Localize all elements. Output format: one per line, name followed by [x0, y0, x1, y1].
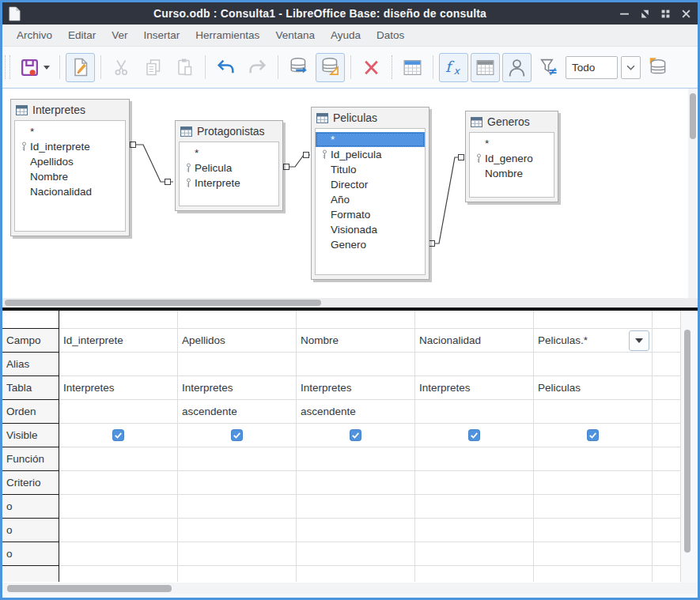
grid-cell[interactable]: Nombre [297, 329, 415, 353]
grid-cell[interactable] [297, 447, 415, 471]
scrollbar-thumb[interactable] [684, 330, 691, 553]
scrollbar-thumb[interactable] [7, 585, 172, 592]
grid-cell[interactable] [534, 519, 653, 542]
design-table-peliculas[interactable]: Peliculas*Id_peliculaTituloDirectorAñoFo… [311, 107, 429, 280]
grid-cell[interactable] [297, 542, 415, 566]
table-field-titulo[interactable]: Titulo [316, 162, 425, 177]
grid-cell[interactable] [534, 447, 653, 471]
row-header[interactable]: Función [2, 447, 59, 471]
row-header[interactable]: Orden [2, 400, 59, 424]
design-table-generos[interactable]: Generos*Id_generoNombre [465, 111, 558, 202]
table-field-director[interactable]: Director [316, 177, 425, 192]
scrollbar-thumb[interactable] [690, 93, 696, 139]
table-field-nombre[interactable]: Nombre [15, 169, 125, 184]
grid-cell[interactable] [534, 566, 653, 582]
grid-cell[interactable] [534, 495, 653, 519]
grid-cell[interactable] [297, 519, 415, 542]
menu-insertar[interactable]: Insertar [136, 27, 188, 43]
menu-ayuda[interactable]: Ayuda [323, 27, 369, 43]
grid-cell[interactable] [653, 519, 681, 542]
grid-cell[interactable]: Peliculas [534, 376, 653, 400]
close-button[interactable] [680, 8, 691, 19]
grid-cell[interactable] [534, 542, 653, 566]
grid-column-header-1[interactable] [178, 311, 297, 329]
join-line-1[interactable] [284, 153, 311, 170]
table-field-apellidos[interactable]: Apellidos [15, 154, 125, 169]
table-caption[interactable]: Peliculas [312, 108, 429, 128]
toolbar-grip[interactable] [5, 55, 10, 79]
table-field-[interactable]: * [470, 136, 554, 151]
table-field-genero[interactable]: Genero [316, 237, 425, 252]
grid-cell[interactable] [297, 495, 415, 519]
paste-button[interactable] [170, 53, 199, 82]
menu-datos[interactable]: Datos [369, 27, 412, 43]
grid-cell[interactable] [297, 471, 415, 495]
undo-button[interactable] [211, 53, 240, 82]
grid-cell[interactable]: Interpretes [297, 376, 415, 400]
alias-button[interactable] [502, 53, 532, 82]
table-field-idgenero[interactable]: Id_genero [470, 151, 554, 166]
cut-button[interactable] [107, 53, 136, 82]
visible-checkbox[interactable] [587, 429, 599, 441]
grid-cell[interactable] [653, 447, 681, 471]
clear-query-button[interactable] [316, 53, 345, 82]
table-field-ao[interactable]: Año [316, 192, 425, 207]
grid-cell[interactable]: ascendente [297, 400, 415, 424]
distinct-values-button[interactable]: ≠ [534, 53, 563, 82]
grid-cell[interactable] [415, 566, 534, 582]
grid-cell[interactable]: ascendente [178, 400, 297, 424]
grid-cell[interactable]: Interpretes [178, 376, 297, 400]
grid-cell[interactable] [653, 566, 681, 582]
limit-value[interactable]: Todo [566, 56, 618, 79]
menu-ventana[interactable]: Ventana [267, 27, 323, 43]
grid-cell[interactable] [178, 447, 297, 471]
copy-button[interactable] [138, 53, 168, 82]
row-header[interactable]: Alias [2, 353, 59, 376]
table-field-idinterprete[interactable]: Id_interprete [15, 139, 125, 154]
grid-cell[interactable]: Interpretes [59, 376, 178, 400]
design-vertical-scrollbar[interactable] [688, 89, 697, 298]
visible-checkbox[interactable] [350, 429, 361, 441]
grid-cell[interactable] [415, 424, 534, 447]
menu-editar[interactable]: Editar [60, 27, 104, 43]
grid-cell[interactable] [59, 424, 178, 447]
grid-cell[interactable] [178, 471, 297, 495]
row-header[interactable]: o [2, 519, 59, 542]
grid-horizontal-scrollbar[interactable] [2, 583, 698, 594]
functions-button[interactable]: fx [439, 53, 468, 82]
grid-cell[interactable] [653, 376, 681, 400]
grid-cell[interactable] [59, 471, 178, 495]
save-dropdown-arrow[interactable] [44, 66, 50, 70]
table-field-[interactable]: * [316, 132, 425, 147]
join-line-0[interactable] [131, 142, 174, 185]
grid-cell[interactable] [59, 495, 178, 519]
grid-cell[interactable] [178, 424, 297, 447]
grid-column-header-4[interactable] [534, 311, 653, 329]
row-header[interactable]: o [2, 542, 59, 566]
grid-cell[interactable] [59, 542, 178, 566]
grid-cell[interactable] [415, 542, 534, 566]
table-field-interprete[interactable]: Interprete [180, 175, 278, 191]
grid-cell[interactable] [297, 566, 415, 582]
grid-cell[interactable] [534, 471, 653, 495]
grid-cell[interactable] [653, 495, 681, 519]
table-caption[interactable]: Generos [466, 111, 558, 132]
menu-herramientas[interactable]: Herramientas [187, 27, 267, 43]
grid-cell[interactable] [178, 519, 297, 542]
grid-cell[interactable] [59, 400, 178, 424]
grid-cell[interactable] [653, 353, 681, 376]
grid-cell[interactable] [653, 400, 681, 424]
row-header[interactable]: Tabla [2, 376, 59, 400]
restore-button[interactable] [639, 8, 650, 19]
grid-cell[interactable] [178, 542, 297, 566]
maximize-button[interactable] [660, 8, 671, 19]
edit-query-button[interactable] [66, 53, 95, 82]
grid-cell[interactable] [653, 329, 681, 353]
table-field-[interactable]: * [180, 145, 278, 160]
grid-cell[interactable]: Interpretes [415, 376, 534, 400]
run-query-button[interactable] [284, 53, 313, 82]
table-field-pelicula[interactable]: Pelicula [180, 160, 278, 175]
grid-cell[interactable] [59, 447, 178, 471]
grid-cell[interactable] [415, 400, 534, 424]
grid-cell[interactable] [59, 353, 178, 376]
